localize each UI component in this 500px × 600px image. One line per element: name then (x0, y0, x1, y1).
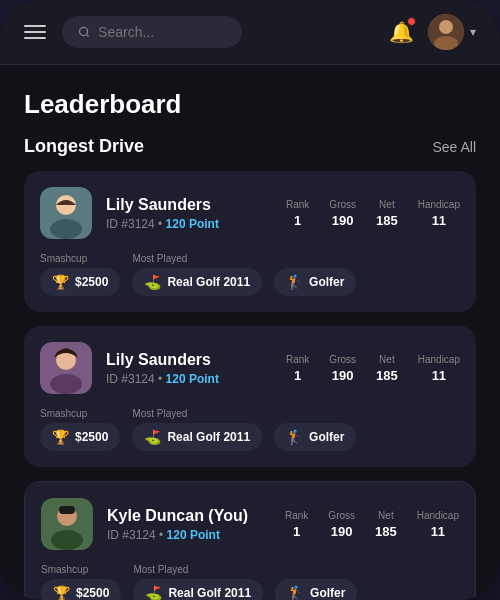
chevron-down-icon: ▾ (470, 25, 476, 39)
most-played-tag: ⛳ Real Golf 2011 (132, 423, 262, 451)
player-stats: Rank 1 Gross 190 Net 185 Handicap (286, 354, 460, 383)
player-name: Lily Saunders (106, 196, 272, 214)
svg-point-7 (50, 219, 82, 239)
golfer-icon: 🏌️ (287, 585, 304, 600)
phone-frame: 🔔 ▾ Leaderboard Longest Drive See All (0, 0, 500, 600)
svg-point-13 (51, 530, 83, 550)
gross-value: 190 (332, 368, 354, 383)
golfer-tag: 🏌️ Golfer (274, 268, 356, 296)
most-played-label: Most Played (133, 564, 263, 575)
trophy-icon: 🏆 (52, 274, 69, 290)
trophy-icon: 🏆 (52, 429, 69, 445)
player-card: Lily Saunders ID #3124 • 120 Point Rank … (24, 171, 476, 312)
smashcup-col: Smashcup 🏆 $2500 (40, 253, 120, 296)
gross-label: Gross (329, 199, 356, 210)
svg-point-3 (439, 20, 453, 34)
notification-button[interactable]: 🔔 (389, 20, 414, 44)
handicap-value: 11 (432, 368, 446, 383)
golfer-col-label (274, 253, 356, 264)
player-avatar (40, 342, 92, 394)
smashcup-value: $2500 (75, 275, 108, 289)
net-label: Net (378, 510, 394, 521)
page-title: Leaderboard (24, 89, 476, 120)
net-label: Net (379, 199, 395, 210)
card-top: Lily Saunders ID #3124 • 120 Point Rank … (40, 187, 460, 239)
rank-label: Rank (286, 354, 309, 365)
stat-rank: Rank 1 (285, 510, 308, 539)
player-info: Lily Saunders ID #3124 • 120 Point (106, 351, 272, 386)
most-played-col: Most Played ⛳ Real Golf 2011 (132, 408, 262, 451)
trophy-icon: 🏆 (53, 585, 70, 600)
svg-rect-14 (59, 506, 75, 514)
stat-net: Net 185 (376, 199, 398, 228)
golfer-value: Golfer (309, 430, 344, 444)
svg-point-10 (50, 374, 82, 394)
net-value: 185 (375, 524, 397, 539)
player-info: Kyle Duncan (You) ID #3124 • 120 Point (107, 507, 271, 542)
card-top: Kyle Duncan (You) ID #3124 • 120 Point R… (41, 498, 459, 550)
golfer-icon: 🏌️ (286, 429, 303, 445)
smashcup-label: Smashcup (40, 408, 120, 419)
svg-line-1 (86, 34, 88, 36)
golfer-col: 🏌️ Golfer (274, 408, 356, 451)
player-name: Lily Saunders (106, 351, 272, 369)
golfer-col-label (274, 408, 356, 419)
golfer-col: 🏌️ Golfer (274, 253, 356, 296)
search-icon (78, 25, 90, 39)
card-bottom: Smashcup 🏆 $2500 Most Played ⛳ Real Golf… (40, 408, 460, 451)
top-bar: 🔔 ▾ (0, 0, 500, 65)
player-avatar (41, 498, 93, 550)
stat-gross: Gross 190 (328, 510, 355, 539)
golfer-value: Golfer (309, 275, 344, 289)
player-avatar (40, 187, 92, 239)
golfer-tag: 🏌️ Golfer (275, 579, 357, 600)
player-cards-list: Lily Saunders ID #3124 • 120 Point Rank … (24, 171, 476, 600)
smashcup-label: Smashcup (40, 253, 120, 264)
golfer-col-label (275, 564, 357, 575)
net-value: 185 (376, 368, 398, 383)
player-info: Lily Saunders ID #3124 • 120 Point (106, 196, 272, 231)
smashcup-col: Smashcup 🏆 $2500 (41, 564, 121, 600)
golfer-value: Golfer (310, 586, 345, 600)
avatar (428, 14, 464, 50)
hamburger-icon[interactable] (24, 25, 46, 39)
gross-label: Gross (328, 510, 355, 521)
card-bottom: Smashcup 🏆 $2500 Most Played ⛳ Real Golf… (41, 564, 459, 600)
card-top: Lily Saunders ID #3124 • 120 Point Rank … (40, 342, 460, 394)
card-bottom: Smashcup 🏆 $2500 Most Played ⛳ Real Golf… (40, 253, 460, 296)
player-id: ID #3124 • 120 Point (106, 217, 272, 231)
stat-net: Net 185 (376, 354, 398, 383)
gross-value: 190 (332, 213, 354, 228)
player-stats: Rank 1 Gross 190 Net 185 Handicap (285, 510, 459, 539)
golfer-tag: 🏌️ Golfer (274, 423, 356, 451)
handicap-value: 11 (432, 213, 446, 228)
player-name: Kyle Duncan (You) (107, 507, 271, 525)
player-points: 120 Point (166, 217, 219, 231)
search-input[interactable] (98, 24, 226, 40)
smashcup-label: Smashcup (41, 564, 121, 575)
most-played-value: Real Golf 2011 (167, 275, 250, 289)
stat-rank: Rank 1 (286, 199, 309, 228)
net-value: 185 (376, 213, 398, 228)
stat-handicap: Handicap 11 (418, 354, 460, 383)
handicap-label: Handicap (417, 510, 459, 521)
game-icon: ⛳ (144, 274, 161, 290)
smashcup-tag: 🏆 $2500 (41, 579, 121, 600)
notification-dot (407, 17, 416, 26)
see-all-button[interactable]: See All (432, 139, 476, 155)
game-icon: ⛳ (145, 585, 162, 600)
user-avatar-button[interactable]: ▾ (428, 14, 476, 50)
player-id: ID #3124 • 120 Point (107, 528, 271, 542)
search-bar[interactable] (62, 16, 242, 48)
svg-point-0 (80, 27, 88, 35)
most-played-value: Real Golf 2011 (168, 586, 251, 600)
player-points: 120 Point (167, 528, 220, 542)
gross-label: Gross (329, 354, 356, 365)
most-played-col: Most Played ⛳ Real Golf 2011 (132, 253, 262, 296)
player-stats: Rank 1 Gross 190 Net 185 Handicap (286, 199, 460, 228)
section-title: Longest Drive (24, 136, 144, 157)
most-played-col: Most Played ⛳ Real Golf 2011 (133, 564, 263, 600)
player-points: 120 Point (166, 372, 219, 386)
player-card: Kyle Duncan (You) ID #3124 • 120 Point R… (24, 481, 476, 600)
gross-value: 190 (331, 524, 353, 539)
